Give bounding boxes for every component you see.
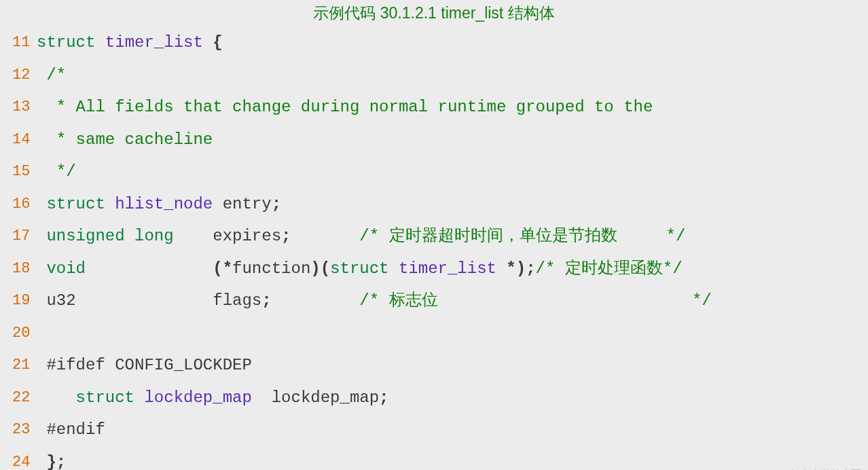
token-op: ; <box>281 227 359 245</box>
token-cm: * All fields that change during normal r… <box>37 98 653 116</box>
token-kw: unsigned long <box>37 227 213 245</box>
token-id: timer_list <box>105 33 213 52</box>
code-line: 13 * All fields that change during norma… <box>12 91 856 124</box>
line-number: 14 <box>12 124 37 156</box>
line-number: 19 <box>12 285 37 317</box>
token-op: ; <box>379 388 388 407</box>
token-kw: struct <box>37 388 144 407</box>
code-line: 17 unsigned long expires; /* 定时器超时时间，单位是… <box>12 220 856 253</box>
token-pl: lockdep_map <box>272 388 379 407</box>
token-op: *); <box>506 259 535 278</box>
line-number: 20 <box>12 317 37 350</box>
token-op: { <box>213 33 222 52</box>
code-line: 12 /* <box>12 59 856 92</box>
code-line: 19 u32 flags; /* 标志位 */ <box>12 285 856 317</box>
token-op: ; <box>261 291 359 310</box>
line-number: 23 <box>12 414 37 446</box>
code-line: 15 */ <box>12 156 856 188</box>
code-body: 11struct timer_list {12 /*13 * All field… <box>0 26 868 470</box>
token-id: lockdep_map <box>144 388 271 407</box>
token-op: ; <box>272 195 281 213</box>
token-pl: entry <box>223 195 272 213</box>
token-cm: /* <box>37 66 66 84</box>
code-line: 21 #ifdef CONFIG_LOCKDEP <box>12 349 856 382</box>
line-number: 18 <box>12 253 37 285</box>
token-cm: /* 定时器超时时间，单位是节拍数 */ <box>359 227 685 245</box>
code-line: 23 #endif <box>12 414 856 446</box>
token-op: }; <box>37 453 66 471</box>
code-line: 24 }; <box>12 446 856 471</box>
code-line: 18 void (*function)(struct timer_list *)… <box>12 253 856 285</box>
code-line: 22 struct lockdep_map lockdep_map; <box>12 382 856 414</box>
token-op: )( <box>310 259 330 278</box>
code-line: 14 * same cacheline <box>12 124 856 156</box>
token-cm: */ <box>37 162 76 181</box>
token-kw: struct <box>37 195 115 213</box>
line-number: 12 <box>12 59 37 92</box>
token-pp: #ifdef CONFIG_LOCKDEP <box>37 356 252 374</box>
token-kw: void <box>37 259 213 278</box>
token-cm: * same cacheline <box>37 130 213 149</box>
line-number: 22 <box>12 382 37 414</box>
token-cm: /* 标志位 */ <box>359 291 711 310</box>
token-cm: /* 定时处理函数*/ <box>536 259 683 278</box>
line-number: 16 <box>12 188 37 221</box>
line-number: 15 <box>12 156 37 188</box>
line-number: 24 <box>12 446 37 471</box>
token-op: (* <box>213 259 232 278</box>
line-number: 13 <box>12 91 37 124</box>
code-title: 示例代码 30.1.2.1 timer_list 结构体 <box>0 0 868 26</box>
line-number: 21 <box>12 349 37 382</box>
line-number: 11 <box>12 26 37 59</box>
token-id: hlist_node <box>115 195 222 213</box>
line-number: 17 <box>12 220 37 253</box>
token-pp: #endif <box>37 420 105 439</box>
token-kw: struct <box>37 33 105 52</box>
token-id: timer_list <box>399 259 506 278</box>
token-pl: function <box>232 259 310 278</box>
token-kw: struct <box>330 259 399 278</box>
code-block-container: 示例代码 30.1.2.1 timer_list 结构体 11struct ti… <box>0 0 868 470</box>
token-pl: u32 flags <box>37 291 261 310</box>
code-line: 16 struct hlist_node entry; <box>12 188 856 221</box>
token-pl: expires <box>213 227 281 245</box>
code-line: 20 <box>12 317 856 350</box>
code-line: 11struct timer_list { <box>12 26 856 59</box>
